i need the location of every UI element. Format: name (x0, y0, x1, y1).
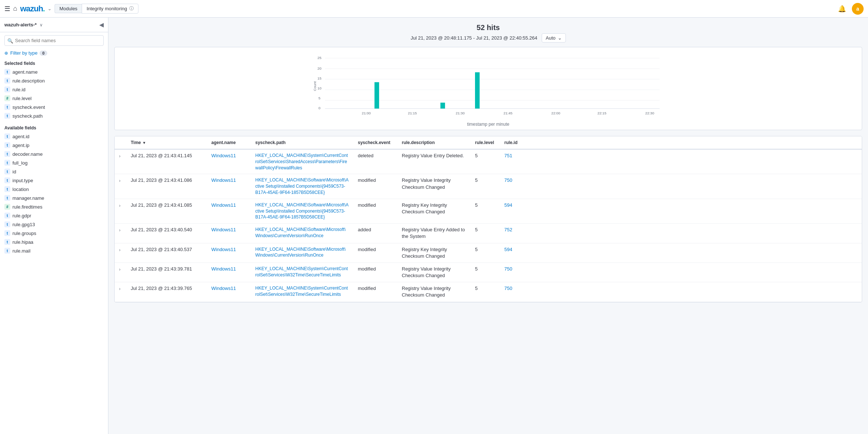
table-row[interactable]: › Jul 21, 2023 @ 21:43:41.145 Windows11 … (115, 150, 862, 174)
field-type-badge: t (4, 78, 10, 84)
available-field-item[interactable]: tinput.type (0, 176, 108, 185)
table-row[interactable]: › Jul 21, 2023 @ 21:43:39.781 Windows11 … (115, 263, 862, 282)
index-pattern-label[interactable]: wazuh-alerts-* (4, 22, 37, 27)
menu-icon[interactable]: ☰ (4, 5, 10, 13)
row-expand-button[interactable]: › (115, 174, 126, 198)
home-icon[interactable]: ⌂ (13, 5, 17, 12)
field-type-badge: t (4, 69, 10, 75)
cell-syscheck-event: modified (353, 174, 397, 198)
table-row[interactable]: › Jul 21, 2023 @ 21:43:39.765 Windows11 … (115, 282, 862, 302)
field-name: decoder.name (12, 151, 42, 157)
row-expand-button[interactable]: › (115, 199, 126, 223)
cell-agent-name: Windows11 (207, 199, 251, 223)
time-range-text: Jul 21, 2023 @ 20:48:11.175 - Jul 21, 20… (411, 35, 537, 41)
available-field-item[interactable]: tdecoder.name (0, 150, 108, 158)
field-name: rule.id (12, 87, 25, 92)
field-type-badge: t (4, 239, 10, 245)
table-row[interactable]: › Jul 21, 2023 @ 21:43:40.537 Windows11 … (115, 243, 862, 263)
sidebar: wazuh-alerts-* ∨ ◀ 🔍 ⊕ Filter by type 0 … (0, 18, 108, 434)
info-icon: ⓘ (129, 5, 134, 12)
cell-rule-id: 750 (500, 282, 529, 301)
row-expand-button[interactable]: › (115, 150, 126, 174)
hits-section: 52 hits (114, 23, 862, 32)
bell-icon[interactable]: 🔔 (838, 5, 846, 13)
table-header: Time ▼ agent.name syscheck.path syscheck… (115, 136, 862, 150)
row-expand-button[interactable]: › (115, 243, 126, 262)
svg-text:22:30: 22:30 (645, 111, 654, 115)
cell-syscheck-path: HKEY_LOCAL_MACHINE\Software\Microsoft\Ac… (251, 199, 353, 223)
sort-arrow-time: ▼ (142, 141, 146, 145)
cell-rule-id: 750 (500, 174, 529, 198)
top-nav: ☰ ⌂ wazuh. ⌄ Modules Integrity monitorin… (0, 0, 868, 18)
th-time[interactable]: Time ▼ (126, 136, 207, 149)
bar-2 (441, 103, 445, 108)
cell-syscheck-event: modified (353, 282, 397, 301)
cell-time: Jul 21, 2023 @ 21:43:41.085 (126, 199, 207, 223)
sidebar-collapse-icon[interactable]: ◀ (99, 21, 104, 28)
cell-time: Jul 21, 2023 @ 21:43:39.765 (126, 282, 207, 301)
modules-button[interactable]: Modules (55, 4, 82, 13)
available-field-item[interactable]: tlocation (0, 185, 108, 194)
svg-text:22:15: 22:15 (597, 111, 607, 115)
expand-chevron-icon: › (119, 266, 120, 273)
index-pattern-chevron: ∨ (40, 22, 43, 27)
cell-syscheck-event: modified (353, 263, 397, 282)
available-field-item[interactable]: trule.groups (0, 229, 108, 238)
cell-agent-name: Windows11 (207, 263, 251, 282)
filter-by-type-label[interactable]: Filter by type (10, 50, 37, 56)
row-expand-button[interactable]: › (115, 282, 126, 301)
svg-text:15: 15 (318, 76, 322, 80)
row-expand-button[interactable]: › (115, 224, 126, 243)
cell-rule-level: 5 (471, 224, 500, 243)
field-name: agent.name (12, 69, 38, 75)
auto-select[interactable]: Auto ⌄ (542, 33, 566, 43)
available-field-item[interactable]: tfull_log (0, 158, 108, 167)
available-field-item[interactable]: trule.gpg13 (0, 220, 108, 229)
th-syscheck-event: syscheck.event (353, 136, 397, 149)
cell-rule-level: 5 (471, 243, 500, 262)
cell-time: Jul 21, 2023 @ 21:43:40.540 (126, 224, 207, 243)
available-field-item[interactable]: tagent.ip (0, 141, 108, 150)
field-name: rule.gpg13 (12, 222, 35, 227)
chart-inner: 25 20 15 10 5 0 Count (120, 53, 856, 127)
available-field-item[interactable]: trule.hipaa (0, 238, 108, 246)
field-type-badge: t (4, 221, 10, 227)
field-name: syscheck.event (12, 104, 45, 110)
selected-field-item[interactable]: trule.id (0, 85, 108, 94)
selected-field-item[interactable]: #rule.level (0, 94, 108, 103)
th-agent-name: agent.name (207, 136, 251, 149)
nav-chevron[interactable]: ⌄ (48, 6, 52, 11)
expand-chevron-icon: › (119, 153, 120, 159)
selected-field-item[interactable]: trule.description (0, 76, 108, 85)
available-field-item[interactable]: trule.gdpr (0, 211, 108, 220)
table-row[interactable]: › Jul 21, 2023 @ 21:43:41.086 Windows11 … (115, 174, 862, 199)
filter-by-type-row: ⊕ Filter by type 0 (0, 49, 108, 59)
search-icon: 🔍 (7, 38, 13, 43)
selected-field-item[interactable]: tsyscheck.path (0, 111, 108, 120)
available-field-item[interactable]: tmanager.name (0, 194, 108, 202)
available-field-item[interactable]: trule.mail (0, 246, 108, 255)
selected-field-item[interactable]: tagent.name (0, 67, 108, 76)
field-name: rule.hipaa (12, 239, 33, 245)
cell-agent-name: Windows11 (207, 282, 251, 301)
cell-rule-description: Registry Value Integrity Checksum Change… (397, 174, 471, 198)
field-name: rule.firedtimes (12, 204, 42, 210)
cell-syscheck-path: HKEY_LOCAL_MACHINE\Software\Microsoft\Wi… (251, 224, 353, 243)
available-field-item[interactable]: #rule.firedtimes (0, 202, 108, 211)
field-type-badge: t (4, 248, 10, 254)
selected-field-item[interactable]: tsyscheck.event (0, 103, 108, 111)
row-expand-button[interactable]: › (115, 263, 126, 282)
table-row[interactable]: › Jul 21, 2023 @ 21:43:40.540 Windows11 … (115, 224, 862, 243)
available-field-item[interactable]: tid (0, 167, 108, 176)
expand-chevron-icon: › (119, 227, 120, 233)
integrity-monitoring-button[interactable]: Integrity monitoring ⓘ (82, 4, 138, 14)
available-field-item[interactable]: tagent.id (0, 132, 108, 141)
search-input[interactable] (4, 35, 104, 46)
cell-syscheck-path: HKEY_LOCAL_MACHINE\Software\Microsoft\Wi… (251, 243, 353, 262)
field-type-badge: t (4, 133, 10, 139)
time-range-bar: Jul 21, 2023 @ 20:48:11.175 - Jul 21, 20… (114, 33, 862, 43)
avatar[interactable]: a (852, 3, 864, 15)
cell-rule-description: Registry Value Entry Deleted. (397, 150, 471, 174)
cell-agent-name: Windows11 (207, 224, 251, 243)
table-row[interactable]: › Jul 21, 2023 @ 21:43:41.085 Windows11 … (115, 199, 862, 224)
